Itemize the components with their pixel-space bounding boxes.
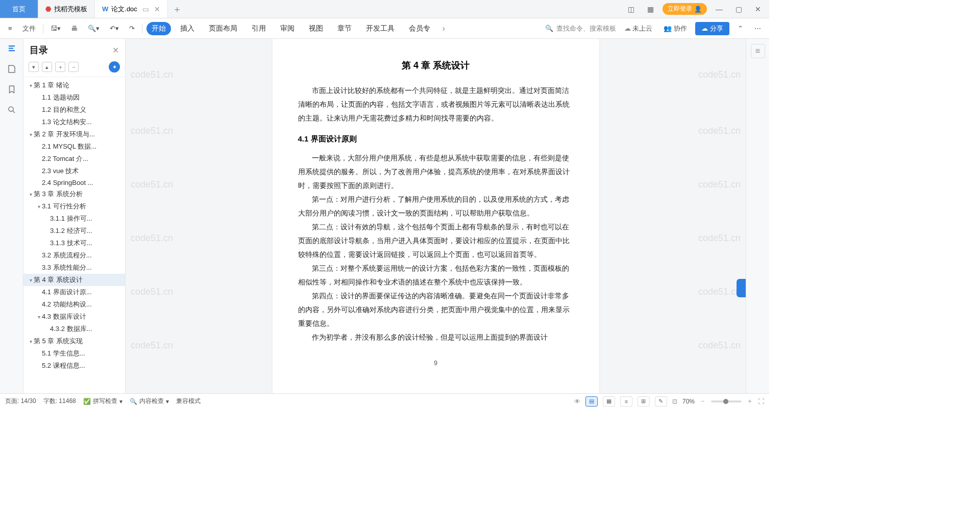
ribbon-tab-insert[interactable]: 插入: [175, 22, 200, 35]
collab-button[interactable]: 👥 协作: [660, 22, 690, 35]
ribbon-tab-devtools[interactable]: 开发工具: [361, 22, 400, 35]
outline-item[interactable]: 3.3 系统性能分...: [23, 262, 125, 274]
compat-mode[interactable]: 兼容模式: [176, 397, 201, 406]
ribbon-tab-member[interactable]: 会员专: [404, 22, 435, 35]
outline-item[interactable]: 1.2 目的和意义: [23, 104, 125, 116]
outline-item[interactable]: 5.1 学生信息...: [23, 347, 125, 360]
ribbon-more-icon[interactable]: ›: [439, 24, 448, 33]
tab-template[interactable]: ⬣ 找稻壳模板: [38, 0, 95, 18]
word-count[interactable]: 字数: 11468: [43, 397, 76, 406]
content-check-button[interactable]: 🔍 内容检查 ▾: [130, 397, 169, 406]
twisty-icon[interactable]: ▾: [28, 192, 34, 197]
twisty-icon[interactable]: ▾: [28, 277, 34, 283]
outline-item[interactable]: 3.2 系统流程分...: [23, 249, 125, 262]
outline-item[interactable]: ▾第 1 章 绪论: [23, 79, 125, 91]
twisty-icon[interactable]: ▾: [36, 204, 42, 209]
outline-close-icon[interactable]: ✕: [112, 45, 119, 55]
redo-icon[interactable]: ↷: [126, 22, 138, 34]
outline-item[interactable]: ▾第 2 章 开发环境与...: [23, 128, 125, 140]
canvas[interactable]: 📄▾ code51.cncode51.cncode51.cncode51.cnc…: [126, 39, 746, 393]
bookmark-icon[interactable]: [7, 85, 16, 96]
fullscreen-icon[interactable]: ⛶: [758, 398, 764, 405]
right-panel-toggle-icon[interactable]: ≡: [751, 44, 765, 58]
outline-item[interactable]: 3.1.3 技术可...: [23, 237, 125, 249]
cloud-status[interactable]: ☁ 未上云: [621, 22, 656, 35]
page-indicator[interactable]: 页面: 14/30: [5, 397, 36, 406]
save-icon[interactable]: 🖫▾: [47, 22, 64, 34]
attachment-icon[interactable]: [7, 64, 16, 76]
add-heading-icon[interactable]: ＋: [55, 62, 65, 72]
zoom-slider[interactable]: [711, 400, 742, 402]
zoom-fit-icon[interactable]: ⊡: [672, 398, 677, 405]
preview-icon[interactable]: 🔍▾: [85, 22, 103, 34]
spellcheck-button[interactable]: ✅ 拼写检查 ▾: [83, 397, 122, 406]
restore-icon[interactable]: ▭: [142, 5, 149, 13]
ribbon-collapse-icon[interactable]: ⌃: [734, 22, 746, 34]
outline-item[interactable]: 4.3.2 数据库...: [23, 323, 125, 335]
twisty-icon[interactable]: ▾: [28, 132, 34, 137]
ribbon-tab-view[interactable]: 视图: [304, 22, 328, 35]
twisty-icon[interactable]: ▾: [28, 83, 34, 88]
svg-rect-0: [9, 45, 15, 46]
outline-item[interactable]: 3.1.2 经济可...: [23, 225, 125, 237]
ribbon-tab-references[interactable]: 引用: [247, 22, 271, 35]
undo-icon[interactable]: ↶▾: [107, 22, 122, 34]
ribbon-tab-start[interactable]: 开始: [146, 22, 171, 35]
remove-heading-icon[interactable]: －: [68, 62, 79, 72]
menu-icon[interactable]: ≡: [5, 22, 15, 34]
outline-tree[interactable]: ▾第 1 章 绪论1.1 选题动因1.2 目的和意义1.3 论文结构安...▾第…: [23, 77, 125, 393]
outline-item[interactable]: ▾第 3 章 系统分析: [23, 188, 125, 200]
zoom-value[interactable]: 70%: [682, 398, 695, 405]
ribbon: ≡ 文件 🖫▾ 🖶 🔍▾ ↶▾ ↷ 开始 插入 页面布局 引用 审阅 视图 章节…: [0, 18, 769, 39]
outline-item[interactable]: 1.1 选题动因: [23, 91, 125, 104]
zoom-out-icon[interactable]: －: [700, 397, 706, 406]
view-outline-icon[interactable]: ≡: [620, 396, 632, 407]
tab-home[interactable]: 首页: [0, 0, 38, 18]
share-button[interactable]: ☁ 分享: [695, 22, 729, 35]
file-menu[interactable]: 文件: [19, 22, 39, 35]
expand-all-icon[interactable]: ▴: [42, 62, 52, 72]
outline-item[interactable]: 2.3 vue 技术: [23, 165, 125, 177]
apps-icon[interactable]: ▦: [643, 5, 657, 13]
outline-item[interactable]: 2.1 MYSQL 数据...: [23, 140, 125, 153]
layout-icon[interactable]: ◫: [624, 5, 638, 13]
outline-item[interactable]: ▾4.3 数据库设计: [23, 311, 125, 323]
eye-icon[interactable]: 👁: [574, 398, 580, 405]
view-web-icon[interactable]: ▦: [603, 396, 615, 407]
ribbon-more-icon[interactable]: ⋯: [751, 22, 764, 34]
view-page-icon[interactable]: ▤: [585, 396, 598, 407]
close-window-icon[interactable]: ✕: [751, 5, 765, 13]
outline-item[interactable]: 1.3 论文结构安...: [23, 116, 125, 128]
feedback-tab[interactable]: [737, 279, 746, 297]
find-icon[interactable]: [7, 105, 16, 116]
search-box[interactable]: 🔍 查找命令、搜索模板: [545, 24, 616, 33]
outline-item[interactable]: 5.2 课程信息...: [23, 360, 125, 372]
tab-close-icon[interactable]: ✕: [154, 5, 160, 13]
outline-icon[interactable]: [7, 44, 16, 55]
maximize-icon[interactable]: ▢: [731, 5, 746, 13]
twisty-icon[interactable]: ▾: [28, 339, 34, 344]
tab-doc[interactable]: W 论文.doc ▭ ✕: [95, 0, 168, 18]
outline-item[interactable]: 3.1.1 操作可...: [23, 212, 125, 225]
ribbon-tab-layout[interactable]: 页面布局: [204, 22, 242, 35]
login-button[interactable]: 立即登录 👤: [663, 3, 707, 15]
collapse-all-icon[interactable]: ▾: [29, 62, 39, 72]
tab-add[interactable]: ＋: [168, 0, 186, 18]
outline-item[interactable]: ▾3.1 可行性分析: [23, 200, 125, 212]
ribbon-tab-section[interactable]: 章节: [332, 22, 357, 35]
outline-item[interactable]: 2.4 SpringBoot ...: [23, 177, 125, 188]
view-comment-icon[interactable]: ✎: [655, 396, 667, 407]
twisty-icon[interactable]: ▾: [36, 314, 42, 320]
outline-item[interactable]: ▾第 4 章 系统设计: [23, 274, 125, 286]
outline-item[interactable]: 4.2 功能结构设...: [23, 298, 125, 311]
outline-item[interactable]: 4.1 界面设计原...: [23, 286, 125, 298]
minimize-icon[interactable]: —: [712, 5, 726, 13]
zoom-in-icon[interactable]: ＋: [747, 397, 753, 406]
view-read-icon[interactable]: ⊞: [638, 396, 650, 407]
outline-item-label: 4.3 数据库设计: [42, 312, 86, 321]
ribbon-tab-review[interactable]: 审阅: [275, 22, 300, 35]
outline-item[interactable]: 2.2 Tomcat 介...: [23, 153, 125, 165]
ai-icon[interactable]: ✦: [109, 61, 120, 73]
print-icon[interactable]: 🖶: [68, 22, 81, 34]
outline-item[interactable]: ▾第 5 章 系统实现: [23, 335, 125, 347]
